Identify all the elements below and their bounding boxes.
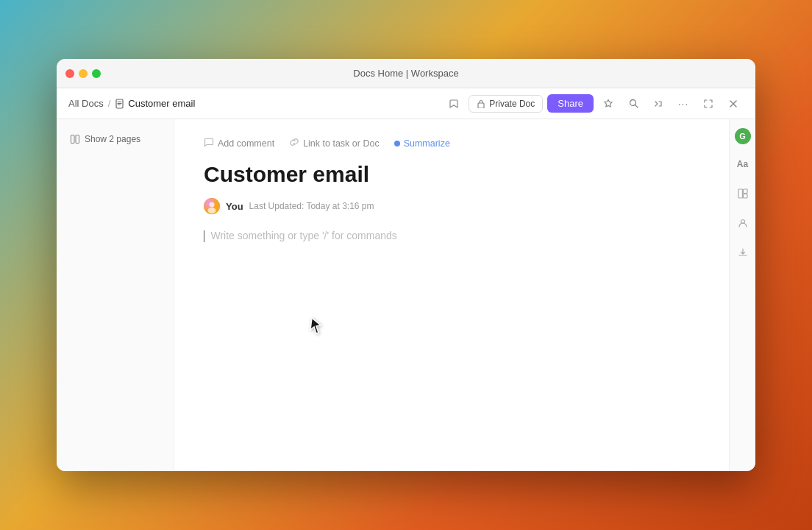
- window-title: Docs Home | Workspace: [353, 68, 458, 79]
- private-doc-button[interactable]: Private Doc: [469, 95, 543, 113]
- summarize-dot-icon: [394, 141, 400, 146]
- download-button[interactable]: [733, 243, 752, 262]
- svg-line-6: [635, 105, 638, 108]
- svg-rect-9: [71, 135, 75, 144]
- maximize-window-button[interactable]: [92, 69, 101, 78]
- svg-rect-16: [743, 194, 747, 199]
- share-button[interactable]: Share: [547, 94, 594, 113]
- author-name: You: [226, 201, 243, 212]
- summarize-label: Summarize: [404, 138, 450, 149]
- traffic-lights: [65, 69, 101, 78]
- breadcrumb-separator: /: [108, 98, 111, 109]
- show-pages-label: Show 2 pages: [85, 134, 140, 144]
- author-avatar: [204, 198, 220, 214]
- comment-icon: [204, 137, 214, 149]
- content-area: Add comment Link to task or Doc: [174, 119, 755, 471]
- more-options-button[interactable]: ···: [673, 93, 694, 114]
- ai-badge[interactable]: G: [735, 128, 751, 144]
- minimize-window-button[interactable]: [79, 69, 88, 78]
- svg-rect-14: [738, 189, 743, 198]
- add-comment-button[interactable]: Add comment: [204, 137, 274, 149]
- right-sidebar: G Aa: [729, 119, 755, 471]
- svg-rect-10: [76, 135, 79, 144]
- last-updated: Last Updated: Today at 3:16 pm: [249, 201, 374, 211]
- private-doc-label: Private Doc: [489, 99, 535, 109]
- svg-point-13: [208, 208, 216, 213]
- toolbar-right: Private Doc Share ···: [444, 93, 744, 114]
- action-bar: Add comment Link to task or Doc: [204, 137, 699, 149]
- users-button[interactable]: [733, 213, 752, 233]
- summarize-button[interactable]: Summarize: [394, 138, 450, 149]
- editor-placeholder: Write something or type '/' for commands: [210, 230, 396, 241]
- toolbar: All Docs / Customer email: [57, 88, 755, 119]
- format-icon: Aa: [737, 159, 748, 169]
- doc-title[interactable]: Customer email: [204, 161, 699, 188]
- main-layout: Show 2 pages Add comment: [57, 119, 755, 471]
- svg-rect-15: [743, 189, 747, 194]
- doc-content[interactable]: Add comment Link to task or Doc: [174, 119, 729, 471]
- search-button[interactable]: [623, 93, 644, 114]
- svg-rect-4: [478, 103, 484, 108]
- left-sidebar: Show 2 pages: [57, 119, 174, 471]
- bookmark-icon-button[interactable]: [444, 93, 464, 114]
- editor-cursor: [204, 230, 204, 242]
- add-comment-label: Add comment: [218, 138, 274, 149]
- close-window-button[interactable]: [65, 69, 74, 78]
- link-task-label: Link to task or Doc: [303, 138, 380, 149]
- format-button[interactable]: Aa: [733, 155, 752, 174]
- breadcrumb-current: Customer email: [115, 98, 195, 109]
- title-bar: Docs Home | Workspace: [57, 59, 755, 88]
- link-task-button[interactable]: Link to task or Doc: [289, 137, 380, 149]
- app-window: Docs Home | Workspace All Docs / Custome…: [57, 59, 755, 471]
- star-button[interactable]: [598, 93, 619, 114]
- link-icon: [289, 137, 299, 149]
- expand-button[interactable]: [698, 93, 719, 114]
- export-button[interactable]: [648, 93, 669, 114]
- breadcrumb: All Docs / Customer email: [68, 98, 438, 109]
- doc-icon: [115, 99, 125, 109]
- svg-point-12: [210, 202, 215, 208]
- doc-meta: You Last Updated: Today at 3:16 pm: [204, 198, 699, 214]
- doc-editor[interactable]: Write something or type '/' for commands: [204, 229, 699, 242]
- layout-button[interactable]: [733, 184, 752, 203]
- show-pages-button[interactable]: Show 2 pages: [65, 131, 145, 147]
- breadcrumb-current-label: Customer email: [128, 98, 195, 109]
- breadcrumb-parent[interactable]: All Docs: [68, 98, 104, 109]
- close-button[interactable]: [723, 93, 744, 114]
